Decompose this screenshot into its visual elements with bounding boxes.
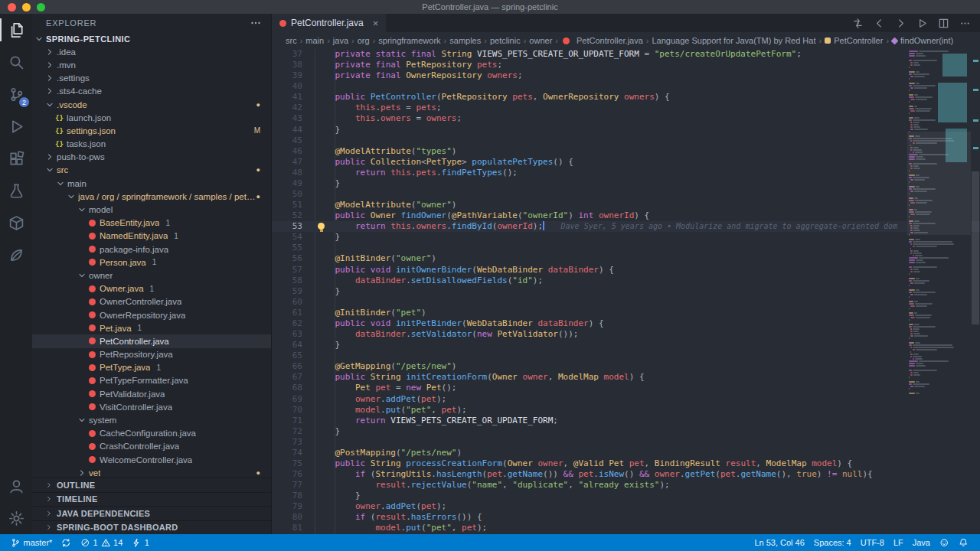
section-outline[interactable]: OUTLINE: [32, 478, 271, 492]
activity-extensions[interactable]: [0, 142, 32, 174]
activity-explorer[interactable]: [0, 14, 32, 46]
activity-spring-boot-dashboard[interactable]: [0, 239, 32, 271]
code-line-49[interactable]: 49 }: [272, 178, 980, 189]
section-spring-boot-dashboard[interactable]: SPRING-BOOT DASHBOARD: [32, 520, 271, 535]
status-git-branch[interactable]: master*: [6, 534, 57, 551]
code-line-67[interactable]: 67 public String initCreationForm(Owner …: [272, 372, 980, 383]
tree-item-baseentity-java[interactable]: BaseEntity.java1: [32, 217, 271, 230]
code-line-80[interactable]: 80 if (result.hasErrors()) {: [272, 512, 980, 523]
tree-item-model[interactable]: model: [32, 203, 271, 216]
tree-item-sts4-cache[interactable]: .sts4-cache: [32, 85, 271, 98]
code-line-58[interactable]: 58 dataBinder.setDisallowedFields("id");: [272, 276, 980, 286]
code-line-57[interactable]: 57 public void initOwnerBinder(WebDataBi…: [272, 265, 980, 276]
activity-testing[interactable]: [0, 174, 32, 207]
code-line-69[interactable]: 69 owner.addPet(pet);: [272, 394, 980, 405]
code-line-50[interactable]: 50: [272, 189, 980, 200]
vertical-scrollbar[interactable]: [971, 49, 980, 534]
tree-item-src[interactable]: src●: [32, 164, 271, 177]
activity-settings[interactable]: [0, 502, 32, 534]
explorer-more-actions-icon[interactable]: [250, 17, 262, 29]
breadcrumb-item-main[interactable]: main: [305, 36, 324, 45]
breadcrumb-item-owner[interactable]: owner: [529, 36, 552, 45]
close-window-button[interactable]: [8, 3, 16, 11]
code-line-66[interactable]: 66 @GetMapping("/pets/new"): [272, 361, 980, 372]
code-line-71[interactable]: 71 return VIEWS_PETS_CREATE_OR_UPDATE_FO…: [272, 416, 980, 426]
minimap[interactable]: [907, 49, 971, 534]
status-eol[interactable]: LF: [889, 534, 908, 551]
code-line-68[interactable]: 68 Pet pet = new Pet();: [272, 383, 980, 393]
tree-item-mvn[interactable]: .mvn: [32, 58, 271, 71]
zoom-window-button[interactable]: [37, 3, 45, 11]
tree-item-main[interactable]: main: [32, 177, 271, 190]
status-problems[interactable]: 114: [76, 534, 127, 551]
code-line-70[interactable]: 70 model.put("pet", pet);: [272, 405, 980, 416]
code-line-55[interactable]: 55: [272, 243, 980, 253]
code-line-59[interactable]: 59 }: [272, 286, 980, 297]
code-line-73[interactable]: 73: [272, 437, 980, 448]
code-line-62[interactable]: 62 public void initPetBinder(WebDataBind…: [272, 318, 980, 329]
code-line-54[interactable]: 54 }: [272, 232, 980, 243]
editor-action-more-actions-icon[interactable]: [959, 18, 971, 29]
tree-item-system[interactable]: system: [32, 413, 271, 426]
code-line-61[interactable]: 61 @InitBinder("pet"): [272, 308, 980, 318]
tree-item-owner-java[interactable]: Owner.java1: [32, 282, 271, 295]
code-line-46[interactable]: 46 @ModelAttribute("types"): [272, 146, 980, 157]
breadcrumb-item-java[interactable]: java: [333, 36, 348, 45]
tree-item-push-to-pws[interactable]: push-to-pws: [32, 151, 271, 164]
status-boot-apps[interactable]: 1: [127, 534, 154, 551]
editor-action-go-forward-icon[interactable]: [895, 18, 906, 29]
tree-item-pettype-java[interactable]: PetType.java1: [32, 361, 271, 374]
code-line-44[interactable]: 44 }: [272, 125, 980, 135]
code-line-72[interactable]: 72 }: [272, 426, 980, 437]
tree-item-ownerrepository-java[interactable]: OwnerRepository.java: [32, 308, 271, 321]
status-feedback[interactable]: [935, 534, 954, 551]
breadcrumb-item-petcontroller[interactable]: PetController: [825, 36, 883, 45]
tree-item-namedentity-java[interactable]: NamedEntity.java1: [32, 230, 271, 243]
tree-item-settings[interactable]: .settings: [32, 72, 271, 85]
status-language-mode[interactable]: Java: [908, 534, 935, 551]
status-notifications[interactable]: [954, 534, 973, 551]
code-line-65[interactable]: 65: [272, 350, 980, 361]
close-tab-icon[interactable]: ×: [373, 18, 379, 28]
minimize-window-button[interactable]: [22, 3, 31, 11]
tree-item-java-org-springframework-samples-petclinic[interactable]: java / org / springframework / samples /…: [32, 190, 271, 203]
breadcrumb-item-src[interactable]: src: [286, 36, 297, 45]
breadcrumb-item-language-support-for-java-tm-by-red-hat[interactable]: Language Support for Java(TM) by Red Hat: [652, 36, 815, 45]
code-line-74[interactable]: 74 @PostMapping("/pets/new"): [272, 448, 980, 458]
editor-action-open-changes-icon[interactable]: [852, 18, 864, 29]
tree-item-owner[interactable]: owner: [32, 269, 271, 282]
tree-item-vscode[interactable]: .vscode●: [32, 98, 271, 111]
tree-item-cacheconfiguration-java[interactable]: CacheConfiguration.java: [32, 427, 271, 440]
section-timeline[interactable]: TIMELINE: [32, 492, 271, 507]
code-editor[interactable]: 37 private static final String VIEWS_PET…: [272, 49, 980, 534]
tree-item-spring-petclinic[interactable]: SPRING-PETCLINIC: [32, 32, 271, 45]
editor-action-run-java-icon[interactable]: [916, 18, 928, 29]
activity-search[interactable]: [0, 46, 32, 78]
tree-item-vet[interactable]: vet●: [32, 466, 271, 478]
status-encoding[interactable]: UTF-8: [856, 534, 889, 551]
code-line-41[interactable]: 41 public PetController(PetRepository pe…: [272, 92, 980, 103]
code-line-52[interactable]: 52 public Owner findOwner(@PathVariable(…: [272, 210, 980, 221]
code-line-76[interactable]: 76 if (StringUtils.hasLength(pet.getName…: [272, 469, 980, 480]
code-line-75[interactable]: 75 public String processCreationForm(Own…: [272, 458, 980, 469]
activity-accounts[interactable]: [0, 470, 32, 502]
activity-source-control[interactable]: 2: [0, 78, 32, 110]
code-line-38[interactable]: 38 private final PetRepository pets;: [272, 60, 980, 70]
code-line-48[interactable]: 48 return this.pets.findPetTypes();: [272, 168, 980, 178]
code-line-37[interactable]: 37 private static final String VIEWS_PET…: [272, 49, 980, 60]
code-line-60[interactable]: 60: [272, 297, 980, 308]
code-line-51[interactable]: 51 @ModelAttribute("owner"): [272, 200, 980, 210]
status-sync[interactable]: [57, 534, 76, 551]
activity-run-and-debug[interactable]: [0, 110, 32, 142]
minimap-slider[interactable]: [907, 132, 971, 235]
tree-item-tasks-json[interactable]: {}tasks.json: [32, 138, 271, 151]
tree-item-pet-java[interactable]: Pet.java1: [32, 321, 271, 334]
breadcrumb-item-petcontroller-java[interactable]: PetController.java: [561, 36, 643, 45]
code-line-39[interactable]: 39 private final OwnerRepository owners;: [272, 70, 980, 81]
tree-item-launch-json[interactable]: {}launch.json: [32, 111, 271, 124]
tree-item-idea[interactable]: .idea: [32, 45, 271, 58]
activity-java-projects[interactable]: [0, 207, 32, 239]
tree-item-crashcontroller-java[interactable]: CrashController.java: [32, 440, 271, 453]
code-line-56[interactable]: 56 @InitBinder("owner"): [272, 253, 980, 264]
tree-item-ownercontroller-java[interactable]: OwnerController.java: [32, 295, 271, 308]
